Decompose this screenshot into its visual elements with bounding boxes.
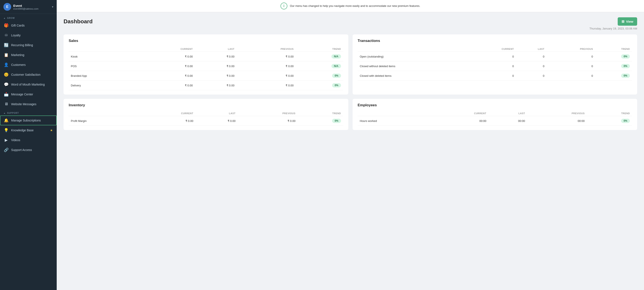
user-header[interactable]: E Event event900@salesvu.com ▾ (0, 0, 57, 14)
tx-col-current: CURRENT (470, 46, 516, 52)
row-trend: N/A (296, 52, 343, 62)
website-messages-icon: 🖥 (4, 102, 8, 106)
banner-inner: i Our menu has changed to help you navig… (280, 2, 420, 10)
user-name: Event (13, 4, 52, 8)
employees-table: CURRENT LAST PREVIOUS TREND Hours worked… (358, 111, 632, 126)
sales-col-current: CURRENT (138, 46, 195, 52)
table-row: Kiosk ₹ 0.00 ₹ 0.00 ₹ 0.00 N/A (69, 52, 343, 62)
row-current: ₹ 0.00 (138, 62, 195, 71)
row-label: POS (69, 62, 138, 71)
row-last: ₹ 0.00 (195, 116, 238, 126)
emp-col-last: LAST (488, 111, 527, 116)
transactions-title: Transactions (358, 39, 632, 43)
sales-title: Sales (69, 39, 343, 43)
row-label: Closed with deleted items (358, 71, 470, 81)
sidebar-item-marketing[interactable]: 📋 Marketing (0, 50, 57, 60)
row-trend: 0% (595, 62, 632, 71)
sidebar-item-label: Support Access (11, 148, 53, 152)
inv-col-previous: PREVIOUS (238, 111, 298, 116)
view-button[interactable]: ⊞ View (618, 17, 637, 26)
employees-card: Employees CURRENT LAST PREVIOUS TREND Ho… (352, 99, 637, 130)
sidebar-item-label: Gift Cards (11, 24, 53, 27)
row-label: Kiosk (69, 52, 138, 62)
inv-col-current: CURRENT (138, 111, 196, 116)
row-trend: 0% (587, 116, 632, 126)
inventory-card: Inventory CURRENT LAST PREVIOUS TREND Pr… (64, 99, 348, 130)
emp-col-label (358, 111, 432, 116)
employees-title: Employees (358, 103, 632, 107)
support-section-label: ▲ SUPPORT (0, 109, 57, 116)
row-trend: 0% (595, 71, 632, 81)
row-current: ₹ 0.00 (138, 116, 196, 126)
grow-section-label: ▲ GROW (0, 14, 57, 20)
customers-icon: 👤 (4, 62, 8, 67)
row-previous: ₹ 0.00 (237, 71, 296, 81)
dashboard-header: Dashboard ⊞ View (64, 17, 637, 26)
inv-col-label (69, 111, 138, 116)
sales-col-last: LAST (195, 46, 237, 52)
row-last: ₹ 0.00 (195, 81, 237, 90)
table-row: Delivery ₹ 0.00 ₹ 0.00 ₹ 0.00 0% (69, 81, 343, 90)
avatar: E (4, 3, 11, 11)
row-current: ₹ 0.00 (138, 52, 195, 62)
sidebar-item-message-center[interactable]: 📩 Message Center (0, 90, 57, 99)
tx-col-last: LAST (516, 46, 547, 52)
sidebar-item-label: Marketing (11, 53, 53, 57)
sidebar-item-customers[interactable]: 👤 Customers (0, 60, 57, 70)
row-last: 0 (516, 52, 547, 62)
sidebar-item-label: Website Messages (11, 102, 53, 106)
row-current: 0 (470, 71, 516, 81)
sales-col-previous: PREVIOUS (237, 46, 296, 52)
table-row: Profit Margin ₹ 0.00 ₹ 0.00 ₹ 0.00 0% (69, 116, 343, 126)
sidebar-item-word-of-mouth[interactable]: 💬 Word of Mouth Marketing (0, 80, 57, 90)
row-previous: ₹ 0.00 (237, 81, 296, 90)
sidebar-item-label: Recurring Billing (11, 44, 53, 47)
transactions-card: Transactions CURRENT LAST PREVIOUS TREND… (352, 34, 637, 94)
star-icon: ★ (50, 128, 53, 132)
videos-icon: ▶ (4, 138, 8, 142)
sidebar-item-customer-satisfaction[interactable]: 😊 Customer Satisfaction (0, 70, 57, 80)
row-label: Profit Margin (69, 116, 138, 126)
sidebar-item-manage-subscriptions[interactable]: 🔔 Manage Subscriptions (0, 116, 57, 125)
sidebar-item-knowledge-base[interactable]: 💡 Knowledge Base ★ (0, 125, 57, 135)
transactions-table: CURRENT LAST PREVIOUS TREND Open (outsta… (358, 46, 632, 81)
content-area: Dashboard ⊞ View Thursday, January 19, 2… (57, 12, 644, 290)
row-previous: 0 (546, 71, 595, 81)
row-current: ₹ 0.00 (138, 81, 195, 90)
row-previous: 00:00 (527, 116, 587, 126)
row-current: ₹ 0.00 (138, 71, 195, 81)
chevron-down-icon: ▾ (52, 5, 53, 8)
sales-col-trend: TREND (296, 46, 343, 52)
row-trend: 0% (298, 116, 343, 126)
sidebar-item-label: Message Center (11, 92, 53, 96)
sidebar-item-label: Customer Satisfaction (11, 73, 53, 76)
sidebar-item-recurring-billing[interactable]: 🔄 Recurring Billing (0, 40, 57, 50)
knowledge-base-icon: 💡 (4, 128, 8, 132)
sidebar-item-gift-cards[interactable]: 🎁 Gift Cards (0, 20, 57, 30)
row-last: ₹ 0.00 (195, 71, 237, 81)
row-label: Delivery (69, 81, 138, 90)
info-icon: i (280, 2, 287, 10)
bottom-cards-row: Inventory CURRENT LAST PREVIOUS TREND Pr… (64, 99, 637, 130)
row-previous: ₹ 0.00 (237, 62, 296, 71)
table-row: Hours worked 00:00 00:00 00:00 0% (358, 116, 632, 126)
row-trend: 0% (296, 71, 343, 81)
message-center-icon: 📩 (4, 92, 8, 97)
row-current: 0 (470, 62, 516, 71)
sidebar-item-website-messages[interactable]: 🖥 Website Messages (0, 99, 57, 109)
inventory-title: Inventory (69, 103, 343, 107)
sidebar-item-label: Word of Mouth Marketing (11, 83, 53, 86)
inv-col-trend: TREND (298, 111, 343, 116)
table-row: Open (outstanding) 0 0 0 0% (358, 52, 632, 62)
sidebar-item-videos[interactable]: ▶ Videos (0, 135, 57, 145)
sidebar-item-label: Manage Subscriptions (11, 119, 53, 122)
customer-satisfaction-icon: 😊 (4, 72, 8, 77)
sidebar-item-support-access[interactable]: 🔗 Support Access (0, 145, 57, 155)
page-title: Dashboard (64, 18, 93, 25)
main-content: i Our menu has changed to help you navig… (57, 0, 644, 290)
sidebar-item-loyalty[interactable]: ♾ Loyalty (0, 30, 57, 40)
gift-cards-icon: 🎁 (4, 23, 8, 28)
emp-col-trend: TREND (587, 111, 632, 116)
marketing-icon: 📋 (4, 52, 8, 57)
row-last: 0 (516, 62, 547, 71)
